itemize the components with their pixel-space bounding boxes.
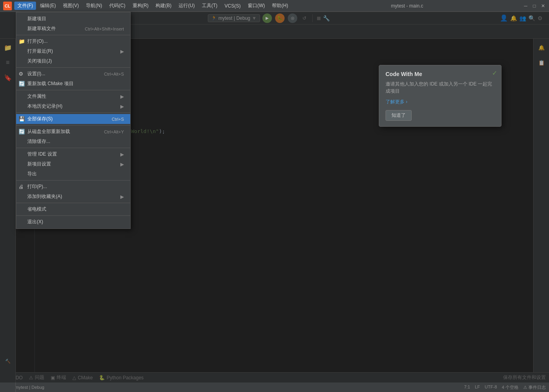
gear-icon: ⚙ (19, 71, 23, 77)
status-indent[interactable]: 4 个空格 (502, 384, 519, 390)
arrow-icon: ▶ (120, 94, 124, 99)
code-with-me-popup: Code With Me 邀请其他人加入您的 IDE 或加入另一个 IDE 一起… (379, 65, 502, 127)
menu-item-label: 添加到收藏夹(A) (27, 193, 62, 200)
warning-icon: ⚠ (523, 385, 527, 390)
menu-item-settings[interactable]: ⚙ 设置(I)... Ctrl+Alt+S (16, 69, 130, 79)
menu-item-add-favorites[interactable]: 添加到收藏夹(A) ▶ (16, 192, 130, 202)
arrow-icon: ▶ (120, 104, 124, 109)
window-title: mytest - main.c (291, 3, 523, 9)
separator (16, 125, 130, 126)
menu-item-exit[interactable]: 退出(X) (16, 217, 130, 227)
menu-refactor[interactable]: 重构(R) (129, 2, 152, 10)
menu-item-manage-ide[interactable]: 管理 IDE 设置 ▶ (16, 149, 130, 159)
check-icon: ✓ (492, 69, 497, 77)
menu-item-label: 从磁盘全部重新加载 (27, 128, 70, 135)
menu-item-label: 新建项目 (27, 15, 46, 22)
separator (16, 90, 130, 90)
menu-item-export[interactable]: 导出 (16, 169, 130, 179)
menu-view[interactable]: 视图(V) (60, 2, 82, 10)
menu-item-label: 本地历史记录(H) (27, 103, 63, 110)
menu-item-local-history[interactable]: 本地历史记录(H) ▶ (16, 101, 130, 111)
status-position[interactable]: 7:1 (464, 384, 470, 390)
arrow-icon: ▶ (120, 152, 124, 157)
menu-item-clear-cache[interactable]: 清除缓存... (16, 137, 130, 147)
menu-item-close-project[interactable]: 关闭项目(J) (16, 56, 130, 66)
menu-item-open[interactable]: 📁 打开(O)... (16, 36, 130, 46)
menu-item-file-props[interactable]: 文件属性 ▶ (16, 91, 130, 101)
menu-item-label: 文件属性 (27, 93, 46, 100)
menu-item-new-project-settings[interactable]: 新项目设置 ▶ (16, 159, 130, 169)
print-icon: 🖨 (19, 184, 24, 190)
menu-item-label: 全部保存(S) (27, 116, 53, 122)
menu-item-label: 新项目设置 (27, 161, 51, 167)
learn-more-link[interactable]: 了解更多 › (386, 99, 495, 105)
menu-item-save-all[interactable]: 💾 全部保存(S) Ctrl+S (16, 114, 130, 124)
title-bar: CL 文件(F) 编辑(E) 视图(V) 导航(N) 代码(C) 重构(R) 构… (0, 0, 549, 12)
menu-item-reload-cmake[interactable]: 🔄 重新加载 CMake 项目 (16, 79, 130, 89)
menu-build[interactable]: 构建(B) (152, 2, 175, 10)
arrow-icon: ▶ (120, 194, 124, 200)
window-controls: ─ □ ✕ (523, 3, 546, 9)
menu-item-print[interactable]: 🖨 打印(P)... (16, 182, 130, 192)
menu-item-label: 新建草稿文件 (27, 25, 56, 32)
minimize-button[interactable]: ─ (523, 3, 528, 9)
arrow-icon: ▶ (120, 162, 124, 167)
separator (16, 180, 130, 181)
status-encoding[interactable]: UTF-8 (485, 384, 497, 390)
status-bar: ⎇ C: mytest | Debug 7:1 LF UTF-8 4 个空格 ⚠… (0, 382, 549, 392)
menu-window[interactable]: 窗口(W) (245, 2, 268, 10)
menu-item-label: 打开最近(R) (27, 48, 53, 55)
shortcut-label: Ctrl+S (112, 117, 124, 122)
menu-item-power-save[interactable]: 省电模式 (16, 204, 130, 214)
separator (16, 67, 130, 68)
save-icon: 💾 (19, 116, 25, 122)
menu-item-label: 打印(P)... (27, 183, 47, 190)
menu-item-reload-from-disk[interactable]: 🔄 从磁盘全部重新加载 Ctrl+Alt+Y (16, 127, 130, 137)
menu-item-label: 设置(I)... (27, 70, 45, 77)
menu-item-label: 导出 (27, 171, 37, 177)
close-button[interactable]: ✕ (540, 3, 546, 9)
menu-code[interactable]: 代码(C) (106, 2, 129, 10)
menu-item-label: 关闭项目(J) (27, 58, 52, 65)
menu-item-label: 退出(X) (27, 219, 43, 225)
popup-title: Code With Me (386, 71, 495, 77)
status-event-log[interactable]: ⚠ 事件日志 (523, 384, 546, 390)
menu-item-label: 打开(O)... (27, 38, 47, 45)
separator (16, 112, 130, 113)
menu-vcs[interactable]: VCS(S) (221, 2, 244, 10)
menu-item-open-recent[interactable]: 打开最近(R) ▶ (16, 46, 130, 56)
menu-run[interactable]: 运行(U) (175, 2, 198, 10)
menu-tools[interactable]: 工具(T) (199, 2, 220, 10)
menu-item-new-scratch[interactable]: 新建草稿文件 Ctrl+Alt+Shift+Insert (16, 24, 130, 34)
menu-bar: 文件(F) 编辑(E) 视图(V) 导航(N) 代码(C) 重构(R) 构建(B… (14, 2, 291, 10)
shortcut-label: Ctrl+Alt+Y (104, 129, 124, 134)
shortcut-label: Ctrl+Alt+S (104, 72, 124, 76)
file-menu-dropdown: 新建项目 新建草稿文件 Ctrl+Alt+Shift+Insert 📁 打开(O… (16, 12, 131, 229)
menu-item-label: 重新加载 CMake 项目 (27, 80, 74, 87)
separator (16, 203, 130, 203)
popup-description: 邀请其他人加入您的 IDE 或加入另一个 IDE 一起完成项目 (386, 80, 495, 95)
got-it-button[interactable]: 知道了 (386, 110, 412, 121)
menu-edit[interactable]: 编辑(E) (37, 2, 59, 10)
arrow-icon: ▶ (120, 49, 124, 54)
menu-item-label: 管理 IDE 设置 (27, 151, 57, 158)
status-right: 7:1 LF UTF-8 4 个空格 ⚠ 事件日志 (464, 384, 546, 390)
status-line-ending[interactable]: LF (475, 384, 480, 390)
menu-item-new-project[interactable]: 新建项目 (16, 14, 130, 24)
folder-icon: 📁 (19, 38, 25, 44)
reload-icon: 🔄 (19, 81, 25, 87)
menu-navigate[interactable]: 导航(N) (83, 2, 105, 10)
menu-file[interactable]: 文件(F) (14, 2, 36, 10)
menu-help[interactable]: 帮助(H) (269, 2, 291, 10)
separator (16, 215, 130, 216)
menu-item-label: 省电模式 (27, 206, 46, 213)
app-logo: CL (3, 2, 12, 10)
separator (16, 35, 130, 35)
separator (16, 148, 130, 148)
shortcut-label: Ctrl+Alt+Shift+Insert (85, 27, 124, 31)
menu-item-label: 清除缓存... (27, 138, 50, 145)
reload-icon: 🔄 (19, 129, 25, 135)
maximize-button[interactable]: □ (532, 3, 537, 9)
